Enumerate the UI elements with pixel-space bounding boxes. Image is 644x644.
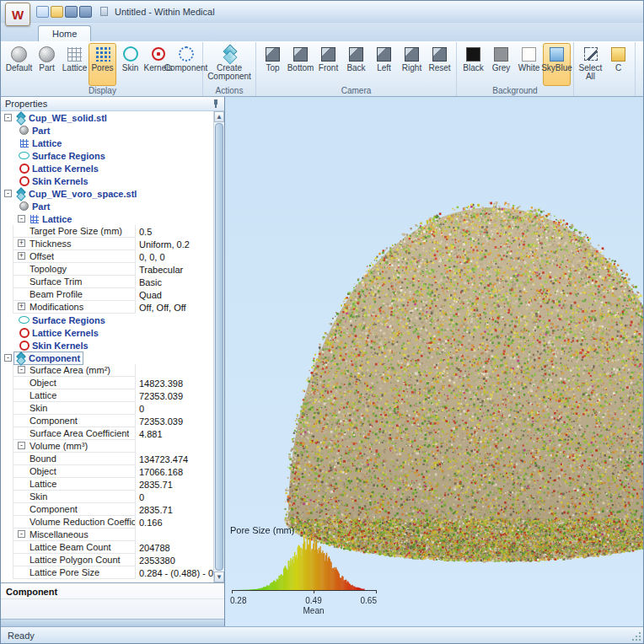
- tree-row-part[interactable]: Part: [1, 200, 213, 212]
- property-value[interactable]: 0.284 - (0.488) - 0...: [135, 566, 213, 579]
- tree-row-volume-mm[interactable]: -Volume (mm³): [13, 440, 213, 453]
- reset-button[interactable]: Reset: [426, 43, 453, 86]
- black-button[interactable]: Black: [459, 43, 487, 86]
- tree-row-object[interactable]: Object14823.398: [13, 377, 213, 389]
- right-button[interactable]: Right: [398, 43, 426, 86]
- select-all-button[interactable]: Select All: [577, 43, 604, 86]
- tree-row-part[interactable]: Part: [1, 124, 213, 137]
- property-value[interactable]: 134723.474: [135, 453, 213, 465]
- property-value[interactable]: [135, 364, 213, 377]
- resize-grip[interactable]: [631, 631, 641, 641]
- tree-row-skin-kernels[interactable]: Skin Kernels: [1, 174, 213, 187]
- tree-row-surface-area-coefficient[interactable]: Surface Area Coefficient4.881: [13, 427, 213, 440]
- property-value[interactable]: Off, Off, Off: [135, 301, 213, 314]
- expander-icon[interactable]: -: [18, 530, 25, 538]
- expander-icon[interactable]: -: [18, 366, 25, 373]
- lattice-button[interactable]: Lattice: [61, 43, 89, 86]
- property-value[interactable]: 14823.398: [135, 377, 213, 389]
- tree-row-beam-profile[interactable]: Beam ProfileQuad: [13, 288, 213, 301]
- tree-row-lattice[interactable]: Lattice: [1, 137, 213, 149]
- tree-row-surface-area-mm[interactable]: -Surface Area (mm²): [13, 364, 213, 377]
- tree-row-component[interactable]: Component72353.039: [13, 415, 213, 427]
- tree-row-offset[interactable]: +Offset0, 0, 0: [13, 250, 213, 263]
- tree-row-thickness[interactable]: +ThicknessUniform, 0.2: [13, 238, 213, 250]
- tree-row-lattice-pore-size[interactable]: Lattice Pore Size0.284 - (0.488) - 0...: [13, 566, 213, 579]
- back-button[interactable]: Back: [342, 43, 370, 86]
- tree-row-surface-regions[interactable]: Surface Regions: [1, 314, 213, 326]
- property-value[interactable]: Basic: [135, 276, 213, 288]
- tree-row-volume-reduction-coeffici[interactable]: Volume Reduction Coeffici...0.166: [13, 516, 213, 529]
- expander-icon[interactable]: -: [18, 215, 25, 223]
- viewport-3d[interactable]: Pore Size (mm) 0.28 0.49 0.65 Mean: [225, 97, 643, 626]
- property-value[interactable]: Trabecular: [135, 263, 213, 276]
- scroll-up-icon[interactable]: ▲: [214, 111, 224, 122]
- property-value[interactable]: 0.5: [135, 225, 213, 238]
- property-value[interactable]: 0: [135, 402, 213, 415]
- tree-row-target-pore-size-mm[interactable]: Target Pore Size (mm)0.5: [13, 225, 213, 238]
- property-value[interactable]: 204788: [135, 541, 213, 554]
- tree-row-skin-kernels[interactable]: Skin Kernels: [1, 339, 213, 352]
- property-value[interactable]: 17066.168: [135, 465, 213, 478]
- title-bar[interactable]: W Untitled - Within Medical: [1, 1, 643, 23]
- tree-row-lattice[interactable]: Lattice72353.039: [13, 389, 213, 402]
- component-button[interactable]: Component: [172, 43, 200, 86]
- scroll-down-icon[interactable]: ▼: [214, 572, 224, 582]
- front-button[interactable]: Front: [314, 43, 342, 86]
- tree-row-component[interactable]: -Component: [1, 352, 213, 364]
- tree-row-lattice-polygon-count[interactable]: Lattice Polygon Count2353380: [13, 554, 213, 566]
- vertical-scrollbar[interactable]: ▲ ▼: [213, 111, 224, 582]
- tree-row-lattice[interactable]: Lattice2835.71: [13, 478, 213, 491]
- property-value[interactable]: 0: [135, 491, 213, 503]
- tab-home[interactable]: Home: [38, 25, 91, 41]
- tree-row-skin[interactable]: Skin0: [13, 402, 213, 415]
- tree-row-bound[interactable]: Bound134723.474: [13, 453, 213, 465]
- expander-icon[interactable]: -: [4, 354, 12, 362]
- new-icon[interactable]: [36, 6, 49, 18]
- tree-row-surface-regions[interactable]: Surface Regions: [1, 149, 213, 162]
- part-button[interactable]: Part: [33, 43, 61, 86]
- property-value[interactable]: Quad: [135, 288, 213, 301]
- tree-row-surface-trim[interactable]: Surface TrimBasic: [13, 276, 213, 288]
- grey-button[interactable]: Grey: [487, 43, 515, 86]
- tree-row-lattice-kernels[interactable]: Lattice Kernels: [1, 326, 213, 339]
- save-as-icon[interactable]: [79, 6, 92, 18]
- property-value[interactable]: [135, 529, 213, 541]
- tree-row-lattice[interactable]: -Lattice: [1, 212, 213, 225]
- expander-icon[interactable]: +: [18, 239, 25, 247]
- open-icon[interactable]: [51, 6, 63, 18]
- tree-row-skin[interactable]: Skin0: [13, 491, 213, 503]
- property-value[interactable]: 2353380: [135, 554, 213, 566]
- tree-row-miscellaneous[interactable]: -Miscellaneous: [13, 529, 213, 541]
- expander-icon[interactable]: +: [18, 303, 25, 310]
- tree-row-component[interactable]: Component2835.71: [13, 503, 213, 516]
- expander-icon[interactable]: -: [18, 442, 25, 449]
- skyblue-button[interactable]: SkyBlue: [543, 43, 571, 86]
- property-value[interactable]: 72353.039: [135, 389, 213, 402]
- c-button[interactable]: C: [604, 43, 632, 86]
- tree-row-object[interactable]: Object17066.168: [13, 465, 213, 478]
- property-value[interactable]: 72353.039: [135, 415, 213, 427]
- tree-row-lattice-beam-count[interactable]: Lattice Beam Count204788: [13, 541, 213, 554]
- white-button[interactable]: White: [515, 43, 543, 86]
- save-icon[interactable]: [65, 6, 78, 18]
- tree-row-cup-we-voro-space-stl[interactable]: -Cup_WE_voro_space.stl: [1, 187, 213, 200]
- create-component-button[interactable]: Create Component: [206, 43, 253, 86]
- top-button[interactable]: Top: [259, 43, 287, 86]
- panel-splitter[interactable]: [1, 619, 224, 626]
- tree-row-topology[interactable]: TopologyTrabecular: [13, 263, 213, 276]
- property-value[interactable]: 4.881: [135, 427, 213, 440]
- expander-icon[interactable]: -: [4, 190, 12, 197]
- property-value[interactable]: 2835.71: [135, 503, 213, 516]
- expander-icon[interactable]: -: [4, 114, 12, 121]
- expander-icon[interactable]: +: [18, 252, 25, 260]
- pores-button[interactable]: Pores: [89, 43, 116, 86]
- property-value[interactable]: Uniform, 0.2: [135, 238, 213, 250]
- scrollbar-thumb[interactable]: [215, 123, 223, 571]
- tree-row-cup-we-solid-stl[interactable]: -Cup_WE_solid.stl: [1, 111, 213, 124]
- skin-button[interactable]: Skin: [116, 43, 144, 86]
- pin-panel-icon[interactable]: [212, 99, 220, 109]
- property-value[interactable]: [135, 440, 213, 453]
- app-logo-icon[interactable]: W: [5, 3, 30, 26]
- tree-row-modifications[interactable]: +ModificationsOff, Off, Off: [13, 301, 213, 314]
- bottom-button[interactable]: Bottom: [287, 43, 314, 86]
